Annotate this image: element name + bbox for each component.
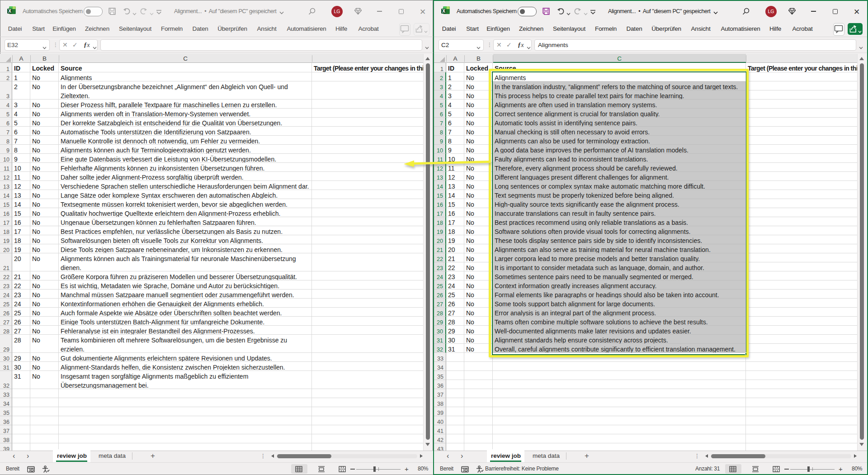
svg-text:X: X	[8, 9, 11, 14]
svg-text:X: X	[442, 9, 445, 14]
